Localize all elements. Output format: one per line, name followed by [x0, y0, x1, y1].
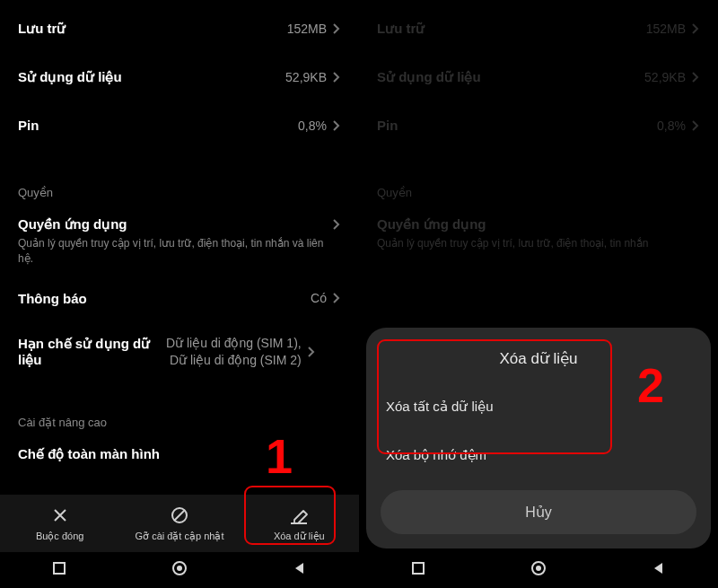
svg-rect-4	[413, 563, 424, 574]
uninstall-updates-button[interactable]: Gỡ cài đặt cập nhật	[126, 500, 233, 548]
android-nav-bar	[359, 552, 718, 588]
back-button[interactable]	[651, 560, 667, 580]
data-usage-label: Sử dụng dữ liệu	[18, 69, 285, 85]
android-nav-bar	[0, 552, 359, 588]
section-advanced: Cài đặt nâng cao	[0, 396, 359, 436]
sheet-title: Xóa dữ liệu	[366, 344, 711, 382]
home-button[interactable]	[171, 559, 188, 581]
chevron-right-icon	[332, 292, 341, 304]
settings-list: Lưu trữ 152MB Sử dụng dữ liệu 52,9KB Pin…	[0, 0, 359, 473]
row-restrict-data[interactable]: Hạn chế sử dụng dữ liệu Dữ liệu di động …	[0, 325, 359, 380]
bottom-action-bar: Buộc đóng Gỡ cài đặt cập nhật Xóa dữ liệ…	[0, 495, 359, 552]
battery-label: Pin	[377, 118, 657, 133]
row-battery[interactable]: Pin 0,8%	[0, 108, 359, 143]
restrict-label: Hạn chế sử dụng dữ liệu	[18, 336, 166, 368]
data-usage-value: 52,9KB	[285, 70, 327, 84]
battery-value: 0,8%	[298, 118, 327, 133]
chevron-right-icon	[307, 346, 316, 358]
chevron-right-icon	[691, 22, 700, 35]
recent-apps-button[interactable]	[51, 560, 67, 580]
close-icon	[50, 505, 70, 527]
force-stop-button[interactable]: Buộc đóng	[6, 500, 114, 548]
home-button[interactable]	[530, 559, 547, 581]
chevron-right-icon	[332, 22, 341, 35]
storage-label: Lưu trữ	[18, 21, 287, 37]
row-app-permissions: Quyền ứng dụng	[359, 206, 718, 236]
app-perm-desc: Quản lý quyền truy cập vị trí, lưu trữ, …	[359, 236, 718, 260]
chevron-right-icon	[332, 218, 341, 231]
chevron-right-icon	[332, 71, 341, 83]
force-stop-label: Buộc đóng	[36, 531, 83, 542]
row-data-usage: Sử dụng dữ liệu 52,9KB	[359, 59, 718, 95]
restrict-value: Dữ liệu di động (SIM 1), Dữ liệu di động…	[166, 335, 302, 370]
app-perm-label: Quyền ứng dụng	[377, 216, 700, 233]
row-data-usage[interactable]: Sử dụng dữ liệu 52,9KB	[0, 59, 359, 95]
app-perm-desc: Quản lý quyền truy cập vị trí, lưu trữ, …	[0, 236, 359, 276]
data-usage-value: 52,9KB	[644, 70, 686, 84]
notifications-value: Có	[311, 291, 327, 305]
storage-value: 152MB	[287, 22, 327, 36]
row-fullscreen-mode[interactable]: Chế độ toàn màn hình	[0, 436, 359, 462]
battery-value: 0,8%	[657, 118, 686, 133]
cancel-button[interactable]: Hủy	[381, 490, 696, 534]
data-usage-label: Sử dụng dữ liệu	[377, 69, 644, 85]
recent-apps-button[interactable]	[410, 560, 426, 580]
screenshot-right: Lưu trữ 152MB Sử dụng dữ liệu 52,9KB Pin…	[359, 0, 718, 588]
storage-value: 152MB	[646, 22, 686, 36]
clear-data-label: Xóa dữ liệu	[274, 531, 325, 542]
clear-data-button[interactable]: Xóa dữ liệu	[245, 500, 353, 548]
app-perm-label: Quyền ứng dụng	[18, 216, 332, 233]
row-app-permissions[interactable]: Quyền ứng dụng	[0, 206, 359, 236]
back-button[interactable]	[292, 560, 308, 580]
row-storage[interactable]: Lưu trữ 152MB	[0, 11, 359, 47]
eraser-icon	[289, 505, 309, 527]
prohibit-icon	[170, 505, 189, 527]
clear-data-sheet: Xóa dữ liệu Xóa tất cả dữ liệu Xóa bộ nh…	[366, 328, 711, 549]
storage-label: Lưu trữ	[377, 21, 646, 37]
chevron-right-icon	[332, 119, 341, 132]
screenshot-left: Lưu trữ 152MB Sử dụng dữ liệu 52,9KB Pin…	[0, 0, 359, 588]
chevron-right-icon	[691, 71, 700, 83]
clear-cache-option[interactable]: Xóa bộ nhớ đệm	[366, 431, 711, 479]
section-permissions: Quyền	[359, 166, 718, 206]
svg-point-6	[536, 566, 541, 571]
battery-label: Pin	[18, 118, 298, 133]
settings-list-dimmed: Lưu trữ 152MB Sử dụng dữ liệu 52,9KB Pin…	[359, 0, 718, 271]
uninstall-updates-label: Gỡ cài đặt cập nhật	[136, 531, 224, 542]
row-storage: Lưu trữ 152MB	[359, 11, 718, 47]
notifications-label: Thông báo	[18, 291, 311, 306]
chevron-right-icon	[691, 119, 700, 132]
svg-rect-1	[54, 563, 65, 574]
section-permissions: Quyền	[0, 166, 359, 206]
row-battery: Pin 0,8%	[359, 108, 718, 143]
clear-all-data-option[interactable]: Xóa tất cả dữ liệu	[366, 382, 711, 431]
fullscreen-label: Chế độ toàn màn hình	[18, 446, 341, 462]
row-notifications[interactable]: Thông báo Có	[0, 281, 359, 316]
svg-point-3	[177, 566, 182, 571]
